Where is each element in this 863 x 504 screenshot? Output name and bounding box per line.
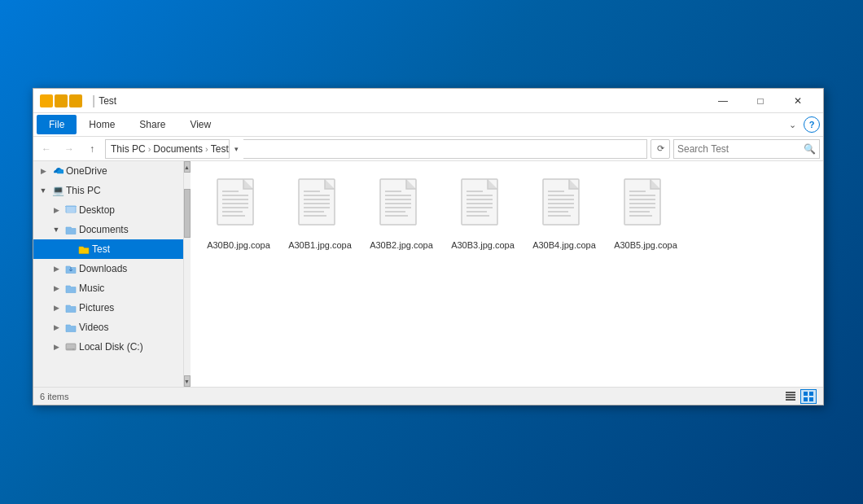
file-item[interactable]: A30B1.jpg.copa [283,173,357,255]
sidebar-scrollbar: ▲ ▼ [183,161,190,387]
title-bar: | Test — □ ✕ [33,89,823,113]
videos-arrow: ▶ [50,321,63,334]
sidebar-item-test[interactable]: Test [33,239,183,259]
thispc-arrow: ▼ [37,184,50,197]
scrollbar-up-arrow[interactable]: ▲ [184,161,191,173]
documents-icon [64,223,77,236]
sidebar-desktop-label: Desktop [79,204,115,216]
sidebar-localdisk-label: Local Disk (C:) [79,341,143,353]
downloads-arrow: ▶ [50,262,63,275]
sidebar-music-label: Music [79,283,104,294]
address-path[interactable]: This PC › Documents › Test ▾ [105,139,647,159]
file-item[interactable]: A30B2.jpg.copa [365,173,438,255]
sidebar-test-label: Test [92,243,110,255]
file-item[interactable]: A30B4.jpg.copa [528,173,601,255]
breadcrumb: This PC › Documents › Test [111,143,229,155]
svg-rect-0 [65,206,77,207]
search-input[interactable] [677,143,800,155]
breadcrumb-test[interactable]: Test [211,143,229,155]
file-icon [540,177,589,236]
explorer-window: | Test — □ ✕ File Home Share View ⌄ ? ← … [33,88,824,405]
minimize-button[interactable]: — [704,89,742,113]
view-grid-button[interactable] [782,389,799,404]
videos-icon [64,321,77,334]
downloads-icon [64,262,77,275]
sidebar-videos-label: Videos [79,322,108,333]
file-icon [214,177,263,236]
scrollbar-thumb[interactable] [184,189,191,238]
search-icon[interactable]: 🔍 [804,143,816,155]
file-item[interactable]: A30B5.jpg.copa [609,173,682,255]
svg-rect-59 [809,397,813,401]
refresh-button[interactable]: ⟳ [651,139,670,159]
desktop-arrow: ▶ [50,204,63,217]
address-dropdown-button[interactable]: ▾ [229,139,243,159]
file-item[interactable]: A30B0.jpg.copa [202,173,275,255]
tab-share[interactable]: Share [127,115,177,134]
tab-file[interactable]: File [37,115,77,134]
file-name: A30B5.jpg.copa [614,239,677,251]
sidebar: ▶ OneDrive ▼ 💻 This PC ▶ [33,161,183,387]
sidebar-item-desktop[interactable]: ▶ Desktop [33,200,183,220]
tab-view[interactable]: View [177,115,223,134]
file-name: A30B0.jpg.copa [207,239,270,251]
window-controls: — □ ✕ [704,89,817,113]
svg-rect-56 [804,392,808,396]
view-large-icons-button[interactable] [800,389,817,404]
svg-rect-54 [786,397,795,398]
title-pin-icon [69,94,82,107]
close-button[interactable]: ✕ [779,89,817,113]
scrollbar-track [184,173,191,375]
sidebar-item-pictures[interactable]: ▶ Pictures [33,298,183,318]
sidebar-downloads-label: Downloads [79,263,127,274]
thispc-icon: 💻 [51,184,64,197]
localdisk-icon [64,340,77,353]
file-name: A30B4.jpg.copa [532,239,596,251]
sidebar-item-videos[interactable]: ▶ Videos [33,318,183,337]
pictures-arrow: ▶ [50,301,63,314]
breadcrumb-sep-2: › [205,144,208,154]
sidebar-item-music[interactable]: ▶ Music [33,278,183,298]
ribbon-chevron-icon[interactable]: ⌄ [784,116,800,133]
back-button[interactable]: ← [37,139,56,159]
tab-home[interactable]: Home [77,115,127,134]
sidebar-documents-label: Documents [79,224,129,235]
test-arrow [63,243,76,256]
onedrive-icon [51,164,64,177]
file-name: A30B1.jpg.copa [288,239,352,251]
breadcrumb-documents[interactable]: Documents [153,143,203,155]
test-folder-icon [77,243,90,256]
pictures-icon [64,301,77,314]
sidebar-item-localdisk[interactable]: ▶ Local Disk (C:) [33,337,183,357]
file-item[interactable]: A30B3.jpg.copa [446,173,519,255]
svg-rect-55 [786,399,795,401]
ribbon: File Home Share View ⌄ ? [33,113,823,137]
sidebar-item-documents[interactable]: ▼ Documents [33,220,183,239]
search-box: 🔍 [673,139,820,159]
onedrive-arrow: ▶ [37,164,50,177]
status-bar-right [782,389,817,404]
title-folder-icon [40,94,53,107]
title-shield-icon [55,94,68,107]
title-bar-icons [40,94,82,107]
ribbon-tabs: File Home Share View ⌄ ? [33,113,823,136]
sidebar-item-thispc[interactable]: ▼ 💻 This PC [33,181,183,200]
forward-button[interactable]: → [59,139,79,159]
breadcrumb-this-pc[interactable]: This PC [111,143,146,155]
file-icon [458,177,507,236]
localdisk-arrow: ▶ [50,340,63,353]
maximize-button[interactable]: □ [742,89,779,113]
address-bar: ← → ↑ This PC › Documents › Test ▾ ⟳ 🔍 [33,137,823,161]
ribbon-help-icon[interactable]: ? [804,116,820,133]
main-area: ▶ OneDrive ▼ 💻 This PC ▶ [33,161,823,387]
sidebar-item-onedrive[interactable]: ▶ OneDrive [33,161,183,181]
sidebar-item-downloads[interactable]: ▶ Downloads [33,259,183,278]
up-button[interactable]: ↑ [82,139,102,159]
file-icon [296,177,344,236]
scrollbar-down-arrow[interactable]: ▼ [184,375,191,387]
sidebar-thispc-label: This PC [66,185,101,196]
svg-rect-58 [804,397,808,401]
sidebar-pictures-label: Pictures [79,302,114,313]
ribbon-extra: ⌄ ? [784,116,820,133]
file-name: A30B3.jpg.copa [451,239,515,251]
